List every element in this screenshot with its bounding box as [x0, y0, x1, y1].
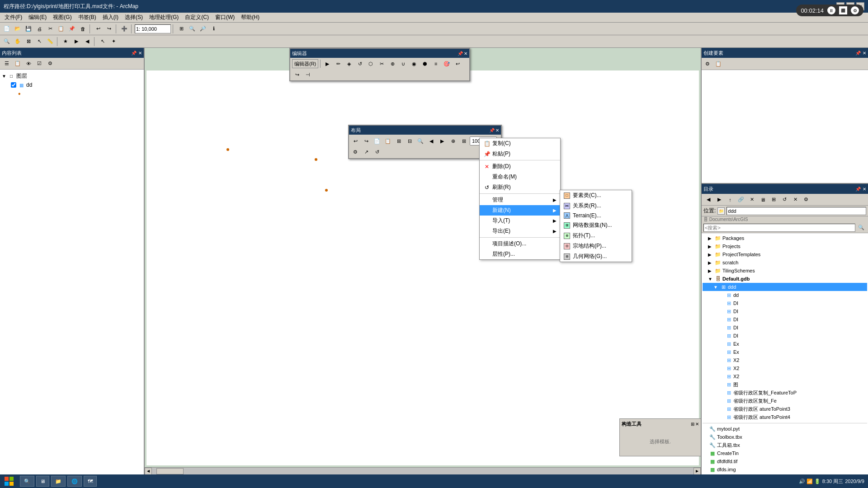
location-input[interactable]	[726, 207, 866, 215]
copy-button[interactable]: 📋	[56, 24, 66, 34]
editor-snapping-button[interactable]: 🎯	[442, 59, 452, 69]
ctx-import[interactable]: 导入(T) ▶	[480, 216, 560, 226]
expand-icon[interactable]: ▼	[2, 74, 6, 79]
save-button[interactable]: 💾	[24, 24, 33, 34]
submenu-terrain[interactable]: ⋀ Terrain(E)...	[560, 211, 632, 220]
h-scroll-right-button[interactable]: ▶	[693, 468, 701, 475]
toc-settings-button[interactable]: ⚙	[45, 59, 55, 69]
tree-item-x23[interactable]: ⊞ X2	[703, 372, 867, 380]
ctx-paste[interactable]: 📌 粘贴(P)	[480, 149, 560, 159]
cf-btn-2[interactable]: 📋	[713, 59, 723, 69]
redo-button[interactable]: ↪	[104, 24, 114, 34]
editor-merge-button[interactable]: ⊕	[387, 59, 397, 69]
catalog-search-button[interactable]: 🔍	[856, 223, 866, 233]
ctx-new[interactable]: 新建(N) ▶	[480, 205, 560, 216]
cat-connect-button[interactable]: 🔗	[736, 195, 746, 205]
cf-btn-1[interactable]: ⚙	[703, 59, 712, 69]
layout-grid-button[interactable]: ⊞	[459, 136, 469, 146]
menu-help[interactable]: 帮助(H)	[238, 13, 262, 22]
toc-dd-layer[interactable]: ▦ dd	[2, 81, 142, 89]
select-button[interactable]: ↖	[34, 37, 44, 47]
editor-play-button[interactable]: ▶	[322, 59, 332, 69]
h-scroll-left-button[interactable]: ◀	[145, 468, 152, 475]
tree-item-di5[interactable]: ⊞ DI	[703, 332, 867, 340]
catalog-close-button[interactable]: ✕	[863, 187, 866, 192]
recording-pause-button[interactable]: ⏸	[827, 6, 835, 14]
ctx-description[interactable]: 项目描述(O)...	[480, 239, 560, 249]
catalog-pin-button[interactable]: 📌	[855, 187, 861, 192]
cat-forward-button[interactable]: ▶	[714, 195, 724, 205]
tree-item-provincial4[interactable]: ⊞ 省级行政区 atureToPoint4	[703, 413, 867, 421]
layer-checkbox[interactable]	[11, 82, 16, 88]
pointer-button[interactable]: ↖	[98, 37, 108, 47]
tree-expand-scratch[interactable]: ▶	[708, 260, 713, 265]
tree-item-di4[interactable]: ⊞ DI	[703, 324, 867, 332]
editor-cut-button[interactable]: ✂	[377, 59, 387, 69]
ctx-rename[interactable]: 重命名(M)	[480, 172, 560, 182]
cat-settings-button[interactable]: ⚙	[801, 195, 811, 205]
h-scroll-thumb[interactable]	[156, 468, 184, 474]
tree-item-provincial2[interactable]: ⊞ 省级行政区复制_Fe	[703, 397, 867, 405]
tree-item-mytool[interactable]: 🔧 mytool.pyt	[703, 423, 867, 433]
layout-btn-5[interactable]: ⊞	[394, 136, 404, 146]
zoom-in-button[interactable]: 🔍	[187, 24, 197, 34]
tree-item-projects[interactable]: ▶ 📁 Projects	[703, 242, 867, 250]
paste-button[interactable]: 📌	[67, 24, 77, 34]
tree-item-toolbox[interactable]: 🔧 Toolbox.tbx	[703, 433, 867, 441]
menu-selection[interactable]: 选择(S)	[122, 13, 146, 22]
tree-item-gongjuxiang[interactable]: 🔧 工具箱.tbx	[703, 441, 867, 449]
open-button[interactable]: 📂	[13, 24, 23, 34]
zoom-extent-button[interactable]: ⊠	[24, 37, 33, 47]
ctx-properties[interactable]: 层性(P)...	[480, 249, 560, 259]
ctx-delete[interactable]: ✕ 删除(D)	[480, 161, 560, 172]
tree-expand-templates[interactable]: ▶	[708, 252, 713, 257]
bookmark-button[interactable]: ★	[61, 37, 71, 47]
tree-expand-tiling[interactable]: ▶	[708, 268, 713, 273]
ctx-refresh[interactable]: ↺ 刷新(R)	[480, 182, 560, 192]
tree-expand-projects[interactable]: ▶	[708, 244, 713, 249]
layout-focus-button[interactable]: ⊕	[448, 136, 458, 146]
new-button[interactable]: 📄	[2, 24, 12, 34]
ctx-copy[interactable]: 📋 复制(C)	[480, 138, 560, 149]
layout-settings-button[interactable]: ⚙	[350, 147, 360, 157]
recording-stop-button[interactable]: ⬛	[839, 6, 847, 14]
toc-source-view-button[interactable]: 📋	[13, 59, 23, 69]
tree-item-di1[interactable]: ⊞ DI	[703, 299, 867, 307]
editor-redo-button[interactable]: ↪	[292, 70, 302, 80]
construct-close-button[interactable]: ✕	[695, 422, 699, 427]
editor-sketch-button[interactable]: ⬢	[420, 59, 430, 69]
editor-pencil-button[interactable]: ✏	[333, 59, 343, 69]
editor-reshape-button[interactable]: ⬡	[366, 59, 376, 69]
editor-rotate-button[interactable]: ↺	[355, 59, 365, 69]
tree-expand-gdb[interactable]: ▼	[708, 277, 713, 282]
taskbar-search-button[interactable]: 🔍	[20, 476, 34, 487]
tree-item-default-gdb[interactable]: ▼ 🗄 Default.gdb	[703, 275, 867, 283]
menu-window[interactable]: 窗口(W)	[212, 13, 237, 22]
tree-item-tu[interactable]: ⊞ 图	[703, 380, 867, 389]
create-features-close-button[interactable]: ✕	[863, 51, 866, 56]
recording-settings-button[interactable]: ⚙	[851, 6, 859, 14]
toc-pin-button[interactable]: 📌	[131, 51, 137, 56]
tree-item-provincial3[interactable]: ⊞ 省级行政区 atureToPoint3	[703, 405, 867, 413]
menu-bookmarks[interactable]: 书签(B)	[75, 13, 99, 22]
toc-list-view-button[interactable]: ☰	[2, 59, 12, 69]
cut-button[interactable]: ✂	[45, 24, 55, 34]
editor-split-button[interactable]: ⊣	[303, 70, 313, 80]
start-button[interactable]	[0, 474, 18, 488]
tree-item-packages[interactable]: ▶ 📁 Packages	[703, 234, 867, 242]
tree-item-ex2[interactable]: ⊞ Ex	[703, 348, 867, 356]
menu-insert[interactable]: 插入(I)	[100, 13, 121, 22]
layout-btn-1[interactable]: ↩	[350, 136, 360, 146]
toc-close-button[interactable]: ✕	[138, 51, 142, 56]
toc-visibility-button[interactable]: 👁	[24, 59, 33, 69]
tree-item-provincial1[interactable]: ⊞ 省级行政区复制_FeatureToP	[703, 389, 867, 397]
print-button[interactable]: 🖨	[34, 24, 44, 34]
scale-input[interactable]	[135, 24, 171, 33]
toc-layers-group[interactable]: ▼ □ 图层	[2, 71, 142, 81]
taskbar-browser-button[interactable]: 🌐	[67, 476, 82, 487]
tree-item-dd[interactable]: ⊞ dd	[703, 291, 867, 299]
pan-button[interactable]: ✋	[13, 37, 23, 47]
add-data-button[interactable]: ➕	[119, 24, 129, 34]
ctx-manage[interactable]: 管理 ▶	[480, 195, 560, 205]
editor-attr-button[interactable]: ≡	[431, 59, 441, 69]
